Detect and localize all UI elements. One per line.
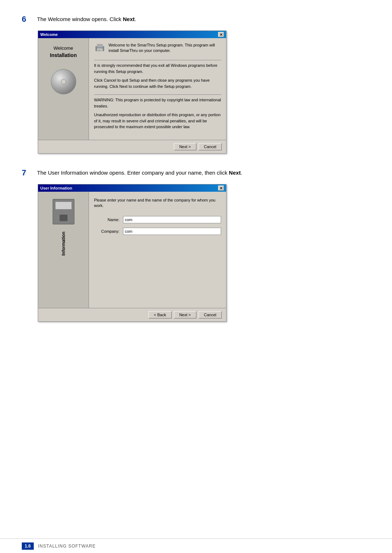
footer-text: Installing Software [38, 544, 96, 549]
userinfo-right-panel: Please enter your name and the name of t… [89, 192, 226, 308]
welcome-next-button[interactable]: Next > [174, 143, 196, 150]
welcome-top-row: Welcome to the SmarThru Setup program. T… [94, 42, 221, 54]
company-input[interactable] [123, 228, 221, 235]
welcome-section4: Unauthorized reproduction or distributio… [94, 112, 221, 130]
company-row: Company: [94, 228, 221, 235]
footer-badge: 1.6 [22, 542, 34, 550]
name-label: Name: [94, 217, 119, 222]
floppy-icon [53, 199, 74, 224]
userinfo-cancel-button[interactable]: Cancel [199, 311, 222, 318]
cd-icon [51, 69, 76, 94]
setup-icon-svg [94, 42, 106, 54]
step-6-number: 6 [22, 15, 30, 24]
welcome-section1: It is strongly recommended that you exit… [94, 62, 221, 74]
welcome-message: Welcome to the SmarThru Setup program. T… [109, 42, 221, 54]
userinfo-intro: Please enter your name and the name of t… [94, 198, 221, 209]
userinfo-left-panel: Information [38, 192, 89, 308]
userinfo-back-button[interactable]: < Back [148, 311, 172, 318]
floppy-area [53, 195, 74, 224]
userinfo-title-text: User Information [40, 186, 72, 190]
welcome-cancel-button[interactable]: Cancel [199, 143, 222, 150]
welcome-dialog: Welcome ✕ Welcome Installation [38, 31, 226, 154]
divider-1 [94, 60, 221, 60]
userinfo-footer: < Back Next > Cancel [38, 308, 226, 321]
welcome-panel-subtitle: Installation [50, 52, 77, 58]
userinfo-dialog: User Information ✕ Information Please en… [38, 184, 226, 322]
company-label: Company: [94, 229, 119, 233]
welcome-section2: Click Cancel to quit Setup and then clos… [94, 77, 221, 89]
welcome-right-panel: Welcome to the SmarThru Setup program. T… [89, 38, 226, 140]
floppy-label [55, 202, 72, 210]
page-footer: 1.6 Installing Software [0, 538, 392, 553]
step-7-heading: 7 The User Information window opens. Ent… [22, 168, 370, 178]
floppy-shutter [60, 215, 68, 221]
step-7: 7 The User Information window opens. Ent… [22, 168, 370, 322]
name-row: Name: [94, 216, 221, 223]
step-6-heading: 6 The Welcome window opens. Click Next. [22, 15, 370, 24]
welcome-section3: WARNING: This program is protected by co… [94, 97, 221, 109]
svg-rect-3 [98, 50, 102, 50]
step-7-number: 7 [22, 168, 30, 178]
svg-rect-4 [98, 50, 101, 51]
welcome-close-button[interactable]: ✕ [218, 32, 224, 37]
name-input[interactable] [123, 216, 221, 223]
svg-rect-1 [97, 44, 103, 48]
info-panel-label: Information [61, 232, 66, 256]
welcome-left-panel: Welcome Installation [38, 38, 89, 140]
welcome-footer: Next > Cancel [38, 140, 226, 153]
userinfo-close-button[interactable]: ✕ [218, 186, 224, 191]
welcome-titlebar: Welcome ✕ [38, 31, 226, 38]
cd-hole [61, 79, 66, 84]
userinfo-next-button[interactable]: Next > [174, 311, 196, 318]
step-6-text: The Welcome window opens. Click Next. [37, 15, 136, 22]
welcome-panel-top-label: Welcome [54, 45, 73, 51]
step-7-text: The User Information window opens. Enter… [37, 168, 242, 176]
divider-2 [94, 94, 221, 95]
userinfo-body: Information Please enter your name and t… [38, 192, 226, 308]
setup-icon [94, 42, 106, 54]
userinfo-titlebar: User Information ✕ [38, 184, 226, 192]
svg-point-5 [102, 47, 103, 48]
step-6: 6 The Welcome window opens. Click Next. … [22, 15, 370, 154]
welcome-body: Welcome Installation [38, 38, 226, 140]
welcome-title-text: Welcome [40, 32, 58, 37]
